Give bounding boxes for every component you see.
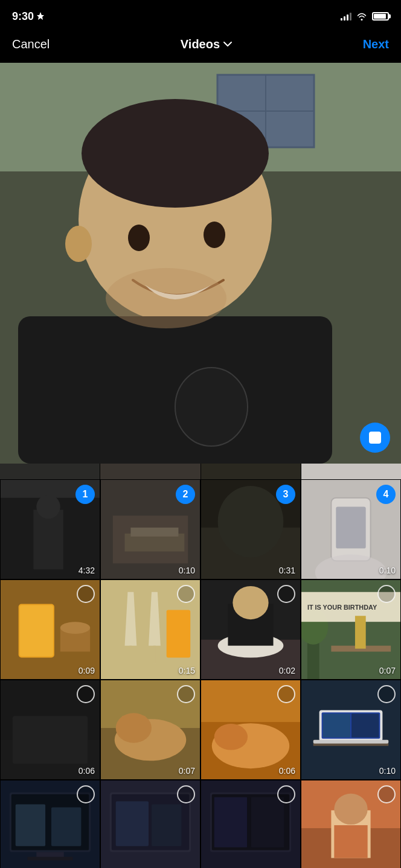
title-label: Videos	[181, 37, 220, 51]
status-bar: 9:30	[0, 0, 401, 30]
svg-point-8	[82, 99, 269, 208]
status-icons	[341, 12, 389, 21]
cell-duration-2-1: 0:09	[79, 666, 95, 675]
cancel-button[interactable]: Cancel	[12, 37, 50, 51]
location-icon	[37, 12, 44, 21]
cell-duration-3-2: 0:07	[179, 766, 195, 776]
cell-duration-1-2: 0:10	[179, 566, 195, 575]
svg-rect-88	[214, 797, 247, 847]
stop-button[interactable]	[360, 423, 390, 453]
cell-duration-2-3: 0:02	[279, 666, 295, 675]
svg-rect-72	[313, 740, 388, 744]
grid-cell-1-4[interactable]: 4 0:10	[301, 479, 401, 579]
select-circle-4-1[interactable]	[77, 785, 95, 803]
select-circle-2-1[interactable]	[77, 585, 95, 603]
badge-3: 3	[276, 485, 295, 504]
svg-point-45	[233, 586, 268, 619]
time-display: 9:30	[12, 10, 34, 23]
grid-cell-2-1[interactable]: 0:09	[0, 579, 100, 680]
badge-1: 1	[75, 485, 95, 504]
svg-point-34	[60, 622, 90, 634]
select-circle-2-4[interactable]	[377, 585, 396, 603]
grid-cell-1-3[interactable]: 3 0:31	[200, 479, 301, 579]
grid-cell-2-2[interactable]: 0:15	[100, 579, 200, 680]
select-circle-3-1[interactable]	[77, 685, 95, 703]
partial-row	[0, 464, 401, 479]
grid-cell-4-2[interactable]	[100, 780, 200, 868]
grid-row-3: 0:06 0:07 0:06	[0, 680, 401, 780]
svg-rect-32	[20, 605, 53, 656]
grid-row-1: 1 4:32 2 0:10 3 0:31	[0, 479, 401, 579]
grid-cell-2-3[interactable]: 0:02	[200, 579, 301, 680]
svg-point-25	[218, 486, 284, 558]
svg-point-10	[175, 368, 248, 446]
grid-cell-4-1[interactable]	[0, 780, 100, 868]
svg-point-11	[128, 225, 150, 251]
cell-duration-3-1: 0:06	[79, 766, 95, 776]
select-circle-4-2[interactable]	[177, 785, 195, 803]
svg-rect-71	[351, 713, 379, 738]
svg-rect-84	[152, 805, 181, 846]
svg-rect-89	[251, 797, 284, 847]
svg-rect-83	[116, 802, 149, 846]
cell-duration-1-1: 4:32	[79, 566, 95, 575]
cell-duration-1-4: 0:10	[379, 566, 396, 575]
svg-rect-28	[336, 506, 365, 548]
hero-preview	[0, 63, 401, 464]
nav-title[interactable]: Videos	[181, 37, 232, 51]
grid-cell-1-1[interactable]: 1 4:32	[0, 479, 100, 579]
svg-point-13	[106, 268, 226, 328]
cell-duration-2-2: 0:15	[179, 666, 195, 675]
badge-2: 2	[176, 485, 195, 504]
grid-cell-3-1[interactable]: 0:06	[0, 680, 100, 780]
svg-rect-79	[27, 857, 72, 860]
badge-4: 4	[376, 485, 396, 504]
svg-rect-55	[13, 716, 88, 764]
grid-cell-3-4[interactable]: 0:10	[301, 680, 401, 780]
svg-rect-9	[18, 316, 332, 464]
svg-text:IT IS YOUR BIRTHDAY: IT IS YOUR BIRTHDAY	[307, 604, 377, 611]
svg-rect-40	[167, 610, 191, 657]
stop-icon	[369, 432, 381, 444]
cell-duration-2-4: 0:07	[379, 666, 396, 675]
grid-row-4	[0, 780, 401, 868]
cell-duration-1-3: 0:31	[279, 566, 295, 575]
nav-bar: Cancel Videos Next	[0, 30, 401, 63]
signal-icon	[341, 12, 351, 21]
select-circle-2-3[interactable]	[277, 585, 295, 603]
svg-rect-22	[130, 528, 178, 537]
battery-icon	[372, 12, 389, 21]
next-button[interactable]: Next	[363, 37, 389, 51]
svg-rect-76	[16, 805, 45, 846]
select-circle-3-4[interactable]	[377, 685, 396, 703]
select-circle-3-3[interactable]	[277, 685, 295, 703]
hero-scene-svg	[0, 63, 401, 464]
grid-row-2: 0:09 0:15 0:02	[0, 579, 401, 680]
select-circle-3-2[interactable]	[177, 685, 195, 703]
svg-rect-77	[51, 807, 81, 846]
svg-rect-94	[334, 825, 367, 858]
cell-duration-3-4: 0:10	[379, 766, 396, 776]
select-circle-2-2[interactable]	[177, 585, 195, 603]
grid-cell-3-3[interactable]: 0:06	[200, 680, 301, 780]
chevron-down-icon	[223, 41, 232, 47]
svg-point-14	[65, 226, 92, 262]
grid-cell-4-4[interactable]	[301, 780, 401, 868]
svg-point-18	[36, 495, 60, 519]
hero-image	[0, 63, 401, 464]
select-circle-4-3[interactable]	[277, 785, 295, 803]
svg-rect-70	[323, 713, 350, 738]
status-time: 9:30	[12, 10, 44, 23]
wifi-icon	[356, 12, 367, 21]
svg-rect-52	[355, 616, 366, 648]
svg-point-59	[116, 713, 152, 742]
svg-point-12	[204, 222, 225, 248]
grid-cell-3-2[interactable]: 0:07	[100, 680, 200, 780]
svg-point-93	[334, 794, 367, 825]
svg-point-65	[214, 724, 248, 750]
grid-cell-2-4[interactable]: IT IS YOUR BIRTHDAY 0:07	[301, 579, 401, 680]
cell-duration-3-3: 0:06	[279, 766, 295, 776]
grid-cell-4-3[interactable]	[200, 780, 301, 868]
grid-cell-1-2[interactable]: 2 0:10	[100, 479, 200, 579]
select-circle-4-4[interactable]	[377, 785, 396, 803]
